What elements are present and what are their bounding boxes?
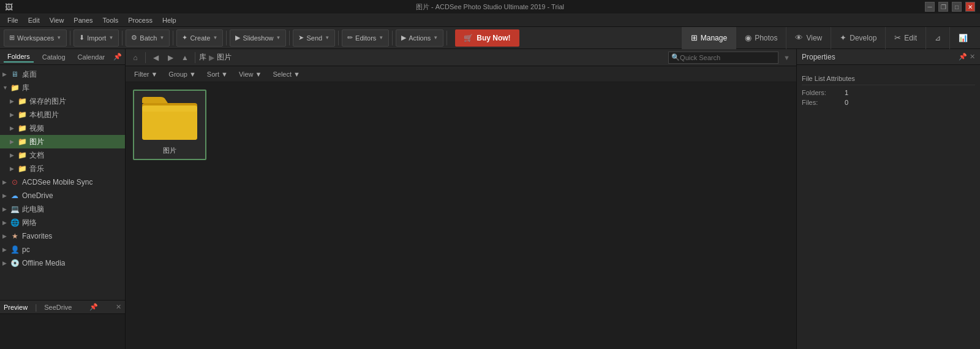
buy-now-button[interactable]: 🛒 Buy Now! [455, 29, 519, 47]
search-input[interactable] [680, 54, 775, 61]
tab-manage[interactable]: ⊞ Manage [682, 27, 736, 49]
tree-item-pictures[interactable]: ▶ 📁 图片 [0, 135, 125, 148]
tree-item-pc-user[interactable]: ▶ 👤 pc [0, 243, 125, 256]
editors-button[interactable]: ✏ Editors ▼ [342, 29, 389, 47]
create-button[interactable]: ✦ Create ▼ [176, 29, 223, 47]
tree-item-documents[interactable]: ▶ 📁 文档 [0, 148, 125, 162]
menu-file[interactable]: File [2, 13, 23, 26]
home-button[interactable]: ⌂ [129, 52, 141, 64]
tab-stats2[interactable]: 📊 [949, 27, 976, 49]
tree-item-offline-media[interactable]: ▶ 💿 Offline Media [0, 256, 125, 270]
tab-seedrive[interactable]: SeeDrive [44, 304, 72, 311]
expand-lib[interactable]: ▼ [2, 85, 10, 91]
expand-saved[interactable]: ▶ [10, 98, 17, 104]
expand-documents[interactable]: ▶ [10, 152, 17, 158]
menu-process[interactable]: Process [123, 13, 157, 26]
tab-calendar[interactable]: Calendar [74, 52, 109, 62]
menu-bar: File Edit View Panes Tools Process Help [0, 13, 980, 27]
expand-this-pc[interactable]: ▶ [2, 206, 10, 212]
tree-item-videos[interactable]: ▶ 📁 视频 [0, 121, 125, 135]
menu-view[interactable]: View [45, 13, 69, 26]
tree-item-lib[interactable]: ▼ 📁 库 [0, 81, 125, 94]
documents-label: 文档 [29, 150, 44, 161]
menu-panes[interactable]: Panes [69, 13, 97, 26]
title-bar: 🖼 图片 - ACDSee Photo Studio Ultimate 2019… [0, 0, 980, 13]
folder-thumbnail[interactable]: 图片 [133, 90, 206, 160]
expand-offline[interactable]: ▶ [2, 260, 10, 266]
tree-item-network[interactable]: ▶ 🌐 网络 [0, 216, 125, 229]
tree-item-desktop[interactable]: ▶ 🖥 桌面 [0, 67, 125, 81]
expand-music[interactable]: ▶ [10, 166, 17, 172]
preview-close-icon[interactable]: ✕ [116, 303, 121, 311]
send-button[interactable]: ➤ Send ▼ [293, 29, 335, 47]
sort-button[interactable]: Sort ▼ [202, 68, 233, 80]
tab-develop[interactable]: ✦ Develop [831, 27, 885, 49]
close-button[interactable]: ✕ [965, 2, 975, 12]
menu-edit[interactable]: Edit [23, 13, 45, 26]
expand-pc-user[interactable]: ▶ [2, 247, 10, 253]
breadcrumb-lib[interactable]: 库 [199, 52, 206, 63]
separator-7 [392, 31, 393, 45]
back-button[interactable]: ◀ [149, 52, 162, 64]
view-label: View [806, 34, 822, 42]
panel-pin-icon[interactable]: 📌 [113, 53, 122, 61]
tab-catalog[interactable]: Catalog [39, 52, 69, 62]
expand-desktop[interactable]: ▶ [2, 71, 10, 77]
preview-pin-icon[interactable]: 📌 [89, 303, 98, 311]
manage-label: Manage [701, 34, 727, 42]
expand-videos[interactable]: ▶ [10, 125, 17, 131]
favorites-label: Favorites [22, 232, 52, 240]
expand-network[interactable]: ▶ [2, 220, 10, 226]
preview-sep: | [35, 303, 37, 312]
workspaces-label: Workspaces [17, 34, 54, 42]
batch-button[interactable]: ⚙ Batch ▼ [126, 29, 170, 47]
right-panel-header: Properties 📌 ✕ [797, 49, 980, 65]
right-close-icon[interactable]: ✕ [970, 53, 975, 61]
filter-button[interactable]: Filter ▼ [129, 68, 162, 80]
send-label: Send [306, 34, 322, 42]
right-panel: Properties 📌 ✕ File List Attributes Fold… [796, 49, 980, 349]
tree-item-favorites[interactable]: ▶ ★ Favorites [0, 229, 125, 243]
view-button[interactable]: View ▼ [234, 68, 267, 80]
expand-favorites[interactable]: ▶ [2, 233, 10, 239]
tab-folders[interactable]: Folders [4, 52, 34, 63]
tree-item-music[interactable]: ▶ 📁 音乐 [0, 162, 125, 175]
workspaces-button[interactable]: ⊞ Workspaces ▼ [4, 29, 67, 47]
menu-help[interactable]: Help [157, 13, 181, 26]
menu-tools[interactable]: Tools [98, 13, 124, 26]
develop-label: Develop [850, 34, 876, 42]
tab-photos[interactable]: ◉ Photos [736, 27, 786, 49]
expand-onedrive[interactable]: ▶ [2, 193, 10, 199]
tab-preview[interactable]: Preview [4, 304, 28, 311]
import-button[interactable]: ⬇ Import ▼ [74, 29, 119, 47]
up-button[interactable]: ▲ [179, 52, 191, 64]
select-button[interactable]: Select ▼ [268, 68, 304, 80]
maximize-button[interactable]: □ [952, 2, 962, 12]
nav-scroll-button[interactable]: ▼ [781, 54, 793, 61]
tab-view[interactable]: 👁 View [786, 27, 831, 49]
actions-button[interactable]: ▶ Actions ▼ [396, 29, 443, 47]
expand-camera[interactable]: ▶ [10, 112, 17, 118]
breadcrumb-pictures[interactable]: 图片 [217, 52, 232, 63]
forward-button[interactable]: ▶ [164, 52, 176, 64]
tab-edit[interactable]: ✂ Edit [885, 27, 925, 49]
separator-1 [70, 31, 70, 45]
tree-item-acdsee-sync[interactable]: ▶ ⊙ ACDSee Mobile Sync [0, 175, 125, 189]
tree-item-onedrive[interactable]: ▶ ☁ OneDrive [0, 189, 125, 202]
file-area[interactable]: 图片 [126, 82, 796, 349]
minimize-button[interactable]: ─ [925, 2, 935, 12]
mode-tabs: ⊞ Manage ◉ Photos 👁 View ✦ Develop ✂ Edi… [682, 27, 976, 48]
create-icon: ✦ [182, 34, 187, 42]
tree-item-camera-roll[interactable]: ▶ 📁 本机图片 [0, 108, 125, 121]
right-pin-icon[interactable]: 📌 [959, 53, 967, 61]
tree-item-this-pc[interactable]: ▶ 💻 此电脑 [0, 202, 125, 216]
restore-button[interactable]: ❐ [938, 2, 948, 12]
group-button[interactable]: Group ▼ [164, 68, 200, 80]
tree-item-saved-photos[interactable]: ▶ 📁 保存的图片 [0, 94, 125, 108]
folder-name: 图片 [163, 146, 176, 155]
expand-pictures[interactable]: ▶ [10, 139, 17, 145]
slideshow-button[interactable]: ▶ Slideshow ▼ [230, 29, 286, 47]
breadcrumb-arrow: ▶ [209, 53, 214, 62]
tab-stats1[interactable]: ⊿ [925, 27, 949, 49]
expand-acdsee[interactable]: ▶ [2, 179, 10, 185]
